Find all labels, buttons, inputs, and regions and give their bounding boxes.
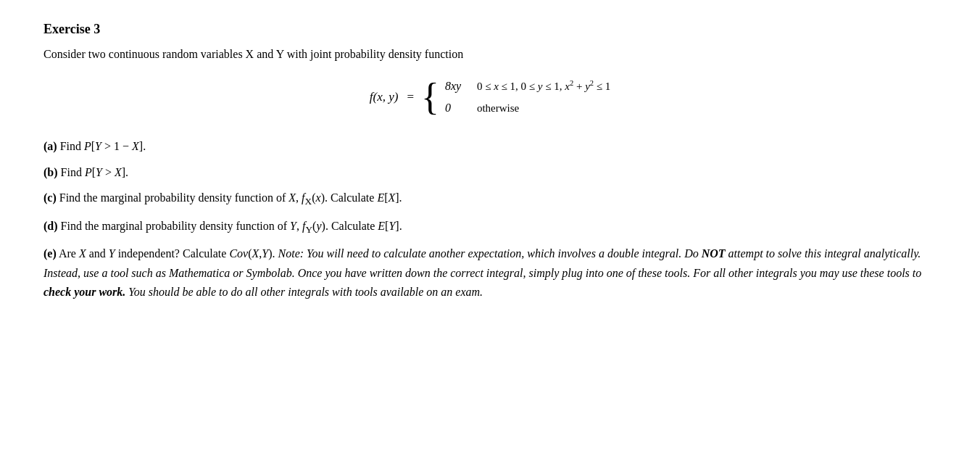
formula-lhs: f(x, y) xyxy=(370,90,399,104)
big-brace: { xyxy=(421,78,439,116)
intro-text: Consider two continuous random variables… xyxy=(43,46,937,63)
q-b-text: Find P[Y > X]. xyxy=(61,166,129,178)
brace-container: { 8xy 0 ≤ x ≤ 1, 0 ≤ y ≤ 1, x2 + y2 ≤ 1 … xyxy=(421,78,610,117)
question-b: (b) Find P[Y > X]. xyxy=(43,163,937,182)
question-a: (a) Find P[Y > 1 − X]. xyxy=(43,137,937,156)
cases-table: 8xy 0 ≤ x ≤ 1, 0 ≤ y ≤ 1, x2 + y2 ≤ 1 0 … xyxy=(445,78,610,117)
case2-condition: otherwise xyxy=(477,100,519,117)
case1-condition: 0 ≤ x ≤ 1, 0 ≤ y ≤ 1, x2 + y2 ≤ 1 xyxy=(477,78,610,95)
q-a-text: Find P[Y > 1 − X]. xyxy=(60,140,146,152)
q-d-text: Find the marginal probability density fu… xyxy=(61,220,402,232)
q-c-text: Find the marginal probability density fu… xyxy=(59,191,402,204)
exercise-container: Exercise 3 Consider two continuous rando… xyxy=(43,22,937,302)
q-e-label: (e) xyxy=(43,247,57,260)
q-d-label: (d) xyxy=(43,220,58,232)
case2-value: 0 xyxy=(445,99,465,117)
case1-value: 8xy xyxy=(445,78,465,95)
case-row-1: 8xy 0 ≤ x ≤ 1, 0 ≤ y ≤ 1, x2 + y2 ≤ 1 xyxy=(445,78,610,95)
q-c-label: (c) xyxy=(43,191,57,204)
questions-section: (a) Find P[Y > 1 − X]. (b) Find P[Y > X]… xyxy=(43,137,937,302)
question-d: (d) Find the marginal probability densit… xyxy=(43,217,937,238)
case-row-2: 0 otherwise xyxy=(445,99,610,117)
q-a-label: (a) xyxy=(43,140,57,152)
q-e-text: Are X and Y independent? Calculate Cov(X… xyxy=(59,247,278,260)
formula-block: f(x, y) = { 8xy 0 ≤ x ≤ 1, 0 ≤ y ≤ 1, x2… xyxy=(43,78,937,117)
question-e: (e) Are X and Y independent? Calculate C… xyxy=(43,244,937,302)
equals-sign: = xyxy=(407,90,414,104)
exercise-title: Exercise 3 xyxy=(43,22,937,37)
q-b-label: (b) xyxy=(43,166,58,178)
question-c: (c) Find the marginal probability densit… xyxy=(43,189,937,210)
